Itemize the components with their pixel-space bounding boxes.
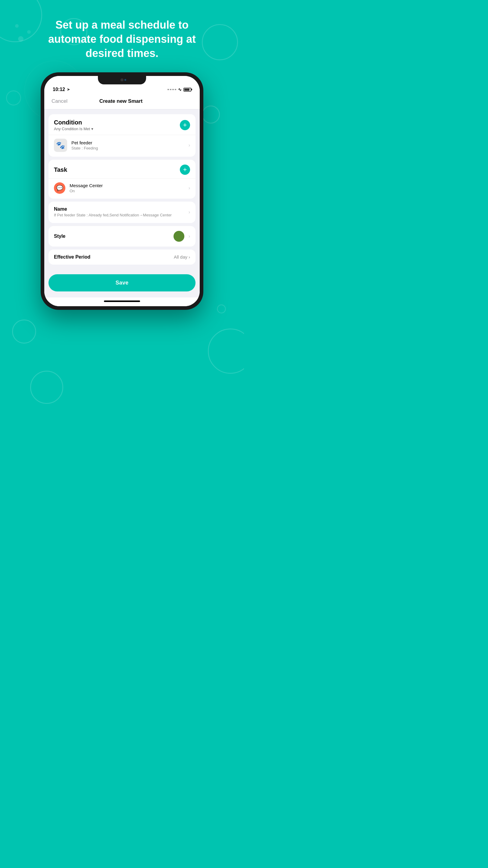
name-card: Name If Pet feeder State : Already fed,S… xyxy=(48,202,195,223)
name-label: Name xyxy=(54,207,189,212)
task-item[interactable]: 💬 Message Center On › xyxy=(48,179,195,198)
nav-bar: Cancel Create new Smart xyxy=(44,95,200,110)
task-card: Task + 💬 Message Center On › xyxy=(48,160,195,198)
style-card: Style › xyxy=(48,226,195,247)
cancel-button[interactable]: Cancel xyxy=(52,98,67,104)
signal-icon xyxy=(167,89,176,90)
effective-period-value: All day › xyxy=(174,254,190,259)
status-time: 10:12 xyxy=(53,87,65,92)
chevron-right-icon: › xyxy=(189,143,190,148)
condition-card: Condition Any Condition Is Met ▾ + 🐾 Pet… xyxy=(48,114,195,157)
hero-text: Set up a meal schedule to automate food … xyxy=(17,0,227,72)
condition-card-title-area: Condition Any Condition Is Met ▾ xyxy=(54,119,93,131)
wifi-icon: ∿ xyxy=(178,87,182,92)
save-button-container: Save xyxy=(44,270,200,298)
status-icons: ∿ xyxy=(167,87,191,92)
pet-feeder-icon: 🐾 xyxy=(54,138,67,152)
task-card-header: Task + xyxy=(48,160,195,179)
home-indicator xyxy=(44,298,200,306)
home-bar xyxy=(104,301,140,302)
condition-item[interactable]: 🐾 Pet feeder State : Feeding › xyxy=(48,135,195,157)
condition-item-name: Pet feeder xyxy=(71,140,184,145)
effective-period-label: Effective Period xyxy=(54,254,174,260)
chevron-right-icon: › xyxy=(189,210,190,215)
add-condition-button[interactable]: + xyxy=(180,120,190,130)
face-id-icon xyxy=(124,79,126,81)
chevron-right-icon: › xyxy=(189,234,190,239)
style-label: Style xyxy=(54,234,173,239)
phone-screen: 10:12 ➤ ∿ Cancel Create new Smart xyxy=(44,76,200,306)
phone-notch xyxy=(98,76,146,84)
message-center-icon: 💬 xyxy=(54,182,65,194)
chevron-right-icon: › xyxy=(189,185,190,191)
condition-card-header: Condition Any Condition Is Met ▾ + xyxy=(48,114,195,135)
name-row[interactable]: Name If Pet feeder State : Already fed,S… xyxy=(48,202,195,223)
task-item-info: Message Center On xyxy=(70,183,184,193)
location-arrow-icon: ➤ xyxy=(67,87,70,92)
chevron-down-icon: ▾ xyxy=(91,127,93,131)
page-title: Create new Smart xyxy=(67,98,174,104)
effective-period-row[interactable]: Effective Period All day › xyxy=(48,250,195,265)
phone-frame: 10:12 ➤ ∿ Cancel Create new Smart xyxy=(41,72,203,310)
chat-bubble-icon: 💬 xyxy=(56,185,63,191)
task-item-detail: On xyxy=(70,189,184,193)
condition-subtitle[interactable]: Any Condition Is Met ▾ xyxy=(54,127,93,131)
add-task-button[interactable]: + xyxy=(180,164,190,175)
condition-title: Condition xyxy=(54,119,93,126)
effective-period-card: Effective Period All day › xyxy=(48,250,195,265)
style-row[interactable]: Style › xyxy=(48,226,195,247)
task-item-name: Message Center xyxy=(70,183,184,188)
name-row-content: Name If Pet feeder State : Already fed,S… xyxy=(54,207,189,218)
style-toggle[interactable] xyxy=(173,231,184,242)
camera-icon xyxy=(121,79,124,82)
content-area: Condition Any Condition Is Met ▾ + 🐾 Pet… xyxy=(44,110,200,269)
battery-icon xyxy=(184,88,191,92)
name-description: If Pet feeder State : Already fed,Send N… xyxy=(54,213,189,218)
chevron-right-icon: › xyxy=(189,254,190,259)
condition-item-detail: State : Feeding xyxy=(71,146,184,150)
task-title: Task xyxy=(54,166,67,173)
condition-item-info: Pet feeder State : Feeding xyxy=(71,140,184,150)
save-button[interactable]: Save xyxy=(48,274,195,291)
